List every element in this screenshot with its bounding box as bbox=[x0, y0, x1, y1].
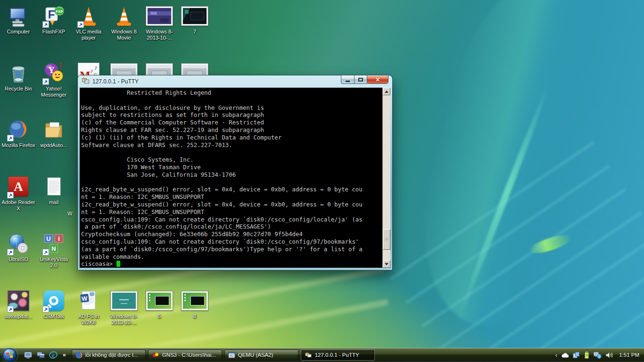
internet-explorer-icon[interactable]: e bbox=[49, 351, 58, 359]
tray-expand-chevron[interactable]: ‹ bbox=[555, 352, 557, 359]
shortcut-arrow-icon bbox=[7, 306, 14, 313]
desktop-icon-yahoo-messenger[interactable]: Y!Yahoo! Messenger bbox=[36, 61, 71, 98]
adfs-in-w2k8-icon: W bbox=[77, 289, 100, 312]
icon-art bbox=[3, 231, 33, 256]
desktop-icon-autoupdate[interactable]: autoupdat... bbox=[1, 288, 36, 320]
icon-art bbox=[74, 4, 104, 28]
desktop-icon-mozilla-firefox[interactable]: Mozilla Firefox bbox=[1, 117, 36, 148]
icon-art bbox=[180, 4, 210, 28]
system-tray: ‹ 1:51 PM bbox=[555, 351, 644, 359]
task-button-firefox[interactable]: lỗi không đặt được I... bbox=[72, 350, 146, 361]
scroll-up-button[interactable] bbox=[383, 88, 390, 95]
maximize-button[interactable] bbox=[355, 75, 367, 84]
terminal-cursor bbox=[116, 261, 120, 267]
switch-windows-icon[interactable] bbox=[36, 351, 45, 359]
icon-art bbox=[3, 61, 33, 85]
terminal-line: nt = 1. Reason: I2C_SMBUS_UNSUPPORT bbox=[81, 193, 381, 201]
terminal-line: subject to restrictions as set forth in … bbox=[81, 111, 381, 119]
task-buttons: lỗi không đặt được I...GNS3 - C:\Users\h… bbox=[72, 350, 375, 361]
quick-launch-bar: e » bbox=[24, 351, 66, 359]
quicklaunch-overflow-chevron[interactable]: » bbox=[63, 352, 66, 358]
start-button[interactable] bbox=[2, 348, 17, 362]
task-button-putty[interactable]: 127.0.0.1 - PuTTY bbox=[301, 350, 375, 361]
taskbar-clock[interactable]: 1:51 PM bbox=[619, 352, 639, 358]
desktop-icon-windows-8-screenshot[interactable]: Windows 8-2013-10-... bbox=[142, 4, 177, 41]
qemu-task-icon bbox=[228, 352, 235, 358]
desktop-icon-adfs-in-w2k8[interactable]: WAD FS in W2K8 bbox=[71, 288, 106, 326]
putty-titlebar[interactable]: 127.0.0.1 - PuTTY × bbox=[78, 75, 392, 88]
recycle-bin-icon bbox=[7, 62, 30, 84]
terminal-line: a part of `disk0:/csco_config/locale/ja/… bbox=[81, 223, 381, 230]
desktop-icon-windows-8-screenshot-2[interactable]: Windows 8-2013-10-... bbox=[107, 288, 141, 326]
desktop-icon-vlc-media-player[interactable]: VLC media player bbox=[71, 4, 106, 41]
volume-tray-icon[interactable] bbox=[605, 352, 613, 359]
terminal-line: nt = 1. Reason: I2C_SMBUS_UNSUPPORT bbox=[81, 208, 381, 216]
svg-text:FXP: FXP bbox=[56, 9, 63, 14]
minimize-button[interactable] bbox=[341, 75, 355, 84]
desktop-icon-recycle-bin[interactable]: Recycle Bin bbox=[1, 61, 36, 92]
desktop-icon-screenshot-5[interactable]: 5 bbox=[142, 288, 177, 320]
terminal[interactable]: Restricted Rights Legend Use, duplicatio… bbox=[80, 88, 390, 268]
icon-label: Recycle Bin bbox=[5, 86, 32, 92]
desktop-icon-flashfxp[interactable]: FFXPFlashFXP bbox=[36, 4, 71, 35]
icon-label: 8 bbox=[193, 313, 196, 320]
shortcut-arrow-icon bbox=[42, 306, 49, 313]
icon-art bbox=[180, 288, 210, 313]
shortcut-arrow-icon bbox=[42, 21, 49, 28]
desktop-icon-wjxtd-folder[interactable]: wjxtdAuto... bbox=[36, 117, 71, 148]
desktop-icon-csmtalk[interactable]: CSMTalk bbox=[36, 288, 71, 320]
task-button-label: QEMU (ASA2) bbox=[238, 352, 273, 358]
documents-tray-icon[interactable] bbox=[573, 352, 580, 358]
shortcut-arrow-icon bbox=[42, 78, 49, 85]
cloud-tray-icon[interactable] bbox=[561, 352, 569, 358]
svg-text:e: e bbox=[52, 352, 55, 359]
desktop-icon-windows-8-movie[interactable]: Windows 8 Movie bbox=[107, 4, 141, 41]
putty-task-icon bbox=[305, 352, 312, 358]
task-button-label: 127.0.0.1 - PuTTY bbox=[315, 352, 359, 358]
terminal-line: Restricted Rights Legend bbox=[81, 89, 381, 97]
task-button-gns3[interactable]: GNS3 - C:\Users\hai... bbox=[148, 350, 222, 361]
icon-art bbox=[39, 288, 69, 313]
desktop-icon-screenshot-8[interactable]: 8 bbox=[177, 288, 212, 320]
show-desktop-icon[interactable] bbox=[24, 351, 32, 359]
close-button[interactable]: × bbox=[367, 75, 388, 84]
icon-label: autoupdat... bbox=[5, 313, 32, 320]
icon-art: FFXP bbox=[39, 4, 69, 28]
shortcut-arrow-icon bbox=[7, 249, 14, 255]
arrow-down-icon bbox=[385, 263, 388, 265]
terminal-prompt: ciscoasa> bbox=[81, 260, 113, 267]
icon-label: wjxtdAuto... bbox=[41, 142, 67, 148]
icon-label: mail bbox=[49, 199, 58, 206]
terminal-prompt-line: ciscoasa> bbox=[81, 260, 381, 268]
terminal-line: San Jose, California 95134-1706 bbox=[81, 171, 381, 179]
putty-window: 127.0.0.1 - PuTTY × Restricted Rights Le… bbox=[78, 75, 392, 270]
icon-art bbox=[109, 4, 139, 28]
icon-art bbox=[39, 117, 69, 142]
desktop-icon-screenshot-7[interactable]: 7 bbox=[177, 4, 212, 35]
icon-label: 5 bbox=[158, 313, 161, 320]
desktop-icon-ultraiso[interactable]: UltraISO bbox=[1, 231, 36, 263]
wjxtd-folder-icon bbox=[42, 118, 65, 141]
terminal-line: Cryptochecksum (unchanged): 6e33e06b 255… bbox=[81, 230, 381, 238]
terminal-line: Cisco Systems, Inc. bbox=[81, 156, 381, 164]
icon-art: UIN bbox=[39, 231, 69, 256]
icon-label: Mozilla Firefox bbox=[2, 142, 35, 148]
power-tray-icon[interactable] bbox=[584, 351, 590, 359]
network-tray-icon[interactable] bbox=[594, 352, 602, 359]
shortcut-arrow-icon bbox=[7, 135, 14, 141]
icon-label: Computer bbox=[7, 29, 30, 35]
desktop-icon-unikey-vista[interactable]: UINUniKeyVista 2.0 bbox=[36, 231, 71, 269]
scroll-down-button[interactable] bbox=[383, 260, 390, 268]
scrollbar-thumb[interactable] bbox=[383, 229, 390, 250]
arrow-up-icon bbox=[385, 90, 388, 93]
icon-label: VLC media player bbox=[71, 29, 106, 41]
terminal-scrollbar[interactable] bbox=[382, 88, 390, 268]
desktop[interactable]: ComputerFFXPFlashFXPVLC media playerWind… bbox=[0, 0, 644, 362]
task-button-qemu[interactable]: QEMU (ASA2) bbox=[224, 350, 298, 361]
windows-8-screenshot-icon bbox=[146, 6, 173, 26]
desktop-icon-computer[interactable]: Computer bbox=[1, 4, 36, 35]
terminal-line: (c) (1) (ii) of the Rights in Technical … bbox=[81, 134, 381, 141]
desktop-icon-adobe-reader-x[interactable]: AAdobe Reader X bbox=[1, 174, 36, 212]
desktop-icon-mail[interactable]: mail bbox=[36, 174, 71, 206]
terminal-line: csco_config.lua:109: Can not create dire… bbox=[81, 238, 381, 246]
